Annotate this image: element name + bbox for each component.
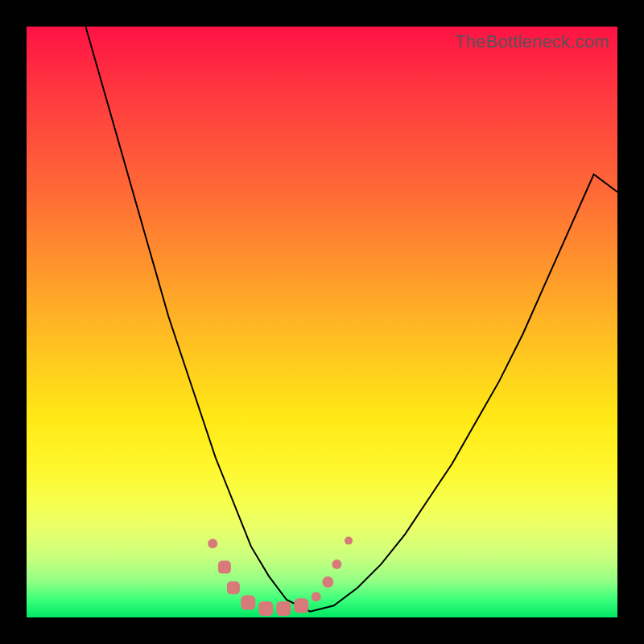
marker-square [218,561,231,574]
marker-dot [345,537,353,545]
marker-square [227,581,240,594]
marker-dot [312,592,321,601]
bottleneck-curve [85,27,617,612]
marker-square [276,601,291,616]
curve-layer [27,27,617,617]
marker-dot [322,576,333,588]
marker-dot [208,539,217,548]
plot-area: TheBottleneck.com [27,27,617,617]
marker-square [241,596,255,610]
marker-layer [208,537,353,616]
watermark-text: TheBottleneck.com [455,31,609,52]
marker-dot [332,559,341,569]
marker-square [294,598,308,613]
marker-square [258,601,273,616]
chart-frame: TheBottleneck.com [0,0,644,644]
